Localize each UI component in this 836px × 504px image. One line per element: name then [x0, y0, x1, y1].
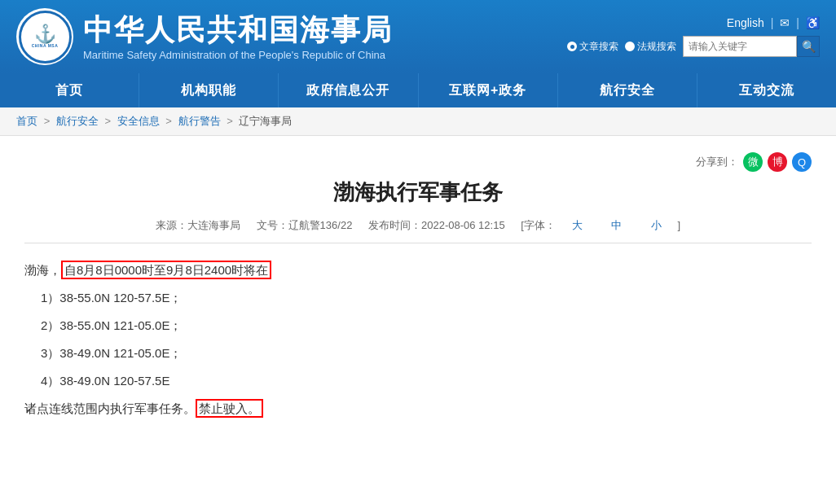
- site-title-cn: 中华人民共和国海事局: [83, 12, 393, 47]
- font-size-large[interactable]: 大: [572, 219, 583, 231]
- header-search-area: 文章搜索 法规搜索 🔍: [567, 36, 820, 57]
- article-title: 渤海执行军事任务: [24, 178, 812, 207]
- meta-source: 来源：大连海事局: [156, 219, 240, 231]
- site-title-en: Maritime Safety Administration of the Pe…: [83, 49, 393, 61]
- radio-regulation[interactable]: 法规搜索: [625, 40, 676, 54]
- breadcrumb-sep2: >: [104, 115, 113, 127]
- divider1: |: [771, 16, 774, 29]
- header-right-area: English | ✉ | ♿ 文章搜索 法规搜索 🔍: [567, 16, 820, 57]
- english-link[interactable]: English: [727, 16, 764, 29]
- search-radio-group: 文章搜索 法规搜索: [567, 40, 676, 54]
- nav-item-organization[interactable]: 机构职能: [139, 73, 279, 107]
- article-intro-line: 渤海，自8月8日0000时至9月8日2400时将在: [24, 258, 812, 283]
- header-top-links: English | ✉ | ♿: [727, 16, 820, 29]
- meta-docno: 文号：辽航警136/22: [257, 219, 353, 231]
- nav-item-internet-plus[interactable]: 互联网+政务: [419, 73, 558, 107]
- logo: ⚓ CHINA MSA: [16, 8, 73, 65]
- page-header: ⚓ CHINA MSA 中华人民共和国海事局 Maritime Safety A…: [0, 0, 836, 73]
- highlight-prohibition: 禁止驶入。: [196, 399, 263, 418]
- radio-dot-article: [567, 42, 577, 51]
- email-icon[interactable]: ✉: [780, 16, 790, 29]
- nav-item-home[interactable]: 首页: [0, 73, 139, 107]
- article-conclusion-line: 诸点连线范围内执行军事任务。禁止驶入。: [24, 397, 812, 421]
- breadcrumb-current: 辽宁海事局: [239, 115, 292, 127]
- coord-line-2: 2）38-55.0N 121-05.0E；: [24, 313, 812, 338]
- conclusion-text: 诸点连线范围内执行军事任务。: [24, 401, 196, 415]
- breadcrumb-nav-warning[interactable]: 航行警告: [178, 115, 221, 127]
- header-title-block: 中华人民共和国海事局 Maritime Safety Administratio…: [83, 12, 393, 61]
- share-wechat-icon[interactable]: 微: [743, 152, 763, 172]
- breadcrumb-sep4: >: [227, 115, 235, 127]
- nav-item-government-info[interactable]: 政府信息公开: [279, 73, 418, 107]
- breadcrumb-sep1: >: [44, 115, 53, 127]
- search-input[interactable]: [683, 36, 797, 57]
- radio-article[interactable]: 文章搜索: [567, 40, 618, 54]
- meta-fontsize-end: ]: [677, 219, 680, 231]
- radio-article-label: 文章搜索: [579, 40, 618, 54]
- coord-line-1: 1）38-55.0N 120-57.5E；: [24, 286, 812, 310]
- meta-fontsize-label: [字体：: [521, 219, 556, 231]
- divider2: |: [796, 16, 799, 29]
- breadcrumb-safety[interactable]: 航行安全: [56, 115, 99, 127]
- share-label: 分享到：: [696, 155, 738, 169]
- article-body: 渤海，自8月8日0000时至9月8日2400时将在 1）38-55.0N 120…: [24, 258, 812, 421]
- breadcrumb-sep3: >: [165, 115, 174, 127]
- article-meta: 来源：大连海事局 文号：辽航警136/22 发布时间：2022-08-06 12…: [24, 218, 812, 243]
- breadcrumb-safety-info[interactable]: 安全信息: [117, 115, 160, 127]
- breadcrumb-home[interactable]: 首页: [16, 115, 37, 127]
- coord-line-4: 4）38-49.0N 120-57.5E: [24, 369, 812, 393]
- accessibility-icon[interactable]: ♿: [806, 16, 820, 29]
- nav-item-navigation-safety[interactable]: 航行安全: [558, 73, 697, 107]
- font-size-small[interactable]: 小: [651, 219, 662, 231]
- share-weibo-icon[interactable]: 博: [768, 152, 787, 172]
- highlight-date-range: 自8月8日0000时至9月8日2400时将在: [61, 261, 271, 279]
- breadcrumb: 首页 > 航行安全 > 安全信息 > 航行警告 > 辽宁海事局: [0, 107, 836, 136]
- intro-text: 渤海，: [24, 263, 61, 277]
- share-qq-icon[interactable]: Q: [792, 152, 812, 172]
- header-logo-area: ⚓ CHINA MSA 中华人民共和国海事局 Maritime Safety A…: [16, 8, 393, 65]
- search-input-wrap: 🔍: [683, 36, 820, 57]
- radio-regulation-label: 法规搜索: [637, 40, 676, 54]
- anchor-icon: ⚓: [34, 25, 56, 43]
- main-nav: 首页 机构职能 政府信息公开 互联网+政务 航行安全 互动交流: [0, 73, 836, 107]
- logo-badge-text: CHINA MSA: [32, 43, 59, 48]
- share-bar: 分享到： 微 博 Q: [24, 152, 812, 172]
- content-area: 分享到： 微 博 Q 渤海执行军事任务 来源：大连海事局 文号：辽航警136/2…: [0, 136, 836, 440]
- radio-dot-regulation: [625, 42, 635, 51]
- coord-line-3: 3）38-49.0N 121-05.0E；: [24, 341, 812, 366]
- meta-pubtime: 发布时间：2022-08-06 12:15: [368, 219, 505, 231]
- search-button[interactable]: 🔍: [797, 36, 820, 57]
- font-size-medium[interactable]: 中: [611, 219, 622, 231]
- search-icon: 🔍: [802, 40, 816, 53]
- nav-item-interaction[interactable]: 互动交流: [697, 73, 836, 107]
